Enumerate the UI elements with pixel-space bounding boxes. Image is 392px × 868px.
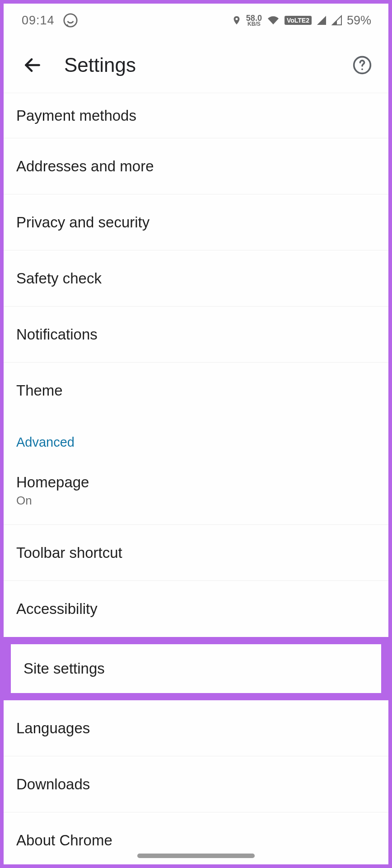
status-bar: 09:14 58.0 KB/S: [4, 4, 388, 37]
row-downloads[interactable]: Downloads: [4, 756, 388, 812]
row-site-settings[interactable]: Site settings: [11, 644, 381, 693]
back-button[interactable]: [15, 48, 50, 82]
row-label: Privacy and security: [16, 214, 376, 231]
gesture-nav-pill[interactable]: [137, 854, 255, 858]
row-sublabel: On: [16, 494, 376, 508]
row-theme[interactable]: Theme: [4, 363, 388, 419]
screen: 09:14 58.0 KB/S: [4, 4, 388, 864]
row-label: Payment methods: [16, 107, 376, 124]
help-button[interactable]: [349, 52, 376, 79]
row-label: Safety check: [16, 270, 376, 287]
row-accessibility[interactable]: Accessibility: [4, 581, 388, 637]
location-icon: [232, 14, 242, 27]
row-label: Notifications: [16, 326, 376, 343]
row-notifications[interactable]: Notifications: [4, 307, 388, 363]
row-addresses[interactable]: Addresses and more: [4, 138, 388, 194]
row-label: Accessibility: [16, 600, 376, 618]
row-label: Toolbar shortcut: [16, 544, 376, 561]
row-label: Site settings: [23, 660, 369, 677]
whatsapp-icon: [63, 13, 78, 28]
row-safety-check[interactable]: Safety check: [4, 250, 388, 307]
row-label: Homepage: [16, 474, 376, 491]
network-speed: 58.0 KB/S: [246, 14, 262, 27]
row-label: About Chrome: [16, 832, 376, 849]
battery-percent: 59%: [347, 14, 371, 28]
signal-icon-2: [331, 15, 342, 26]
volte-badge: VoLTE2: [285, 16, 312, 25]
row-label: Theme: [16, 382, 376, 399]
svg-point-0: [64, 14, 76, 27]
settings-list: Payment methods Addresses and more Priva…: [4, 93, 388, 864]
wifi-icon: [266, 15, 280, 26]
row-languages[interactable]: Languages: [4, 700, 388, 756]
signal-icon-1: [316, 15, 327, 26]
row-toolbar-shortcut[interactable]: Toolbar shortcut: [4, 525, 388, 581]
app-bar: Settings: [4, 37, 388, 93]
page-title: Settings: [64, 54, 349, 76]
row-label: Addresses and more: [16, 158, 376, 175]
section-header-advanced: Advanced: [4, 419, 388, 457]
row-payment-methods[interactable]: Payment methods: [4, 93, 388, 138]
highlight-site-settings: Site settings: [4, 637, 388, 700]
row-homepage[interactable]: Homepage On: [4, 457, 388, 525]
row-label: Languages: [16, 720, 376, 737]
svg-point-3: [361, 68, 363, 70]
row-label: Downloads: [16, 776, 376, 793]
row-privacy-security[interactable]: Privacy and security: [4, 194, 388, 250]
status-time: 09:14: [22, 14, 55, 28]
